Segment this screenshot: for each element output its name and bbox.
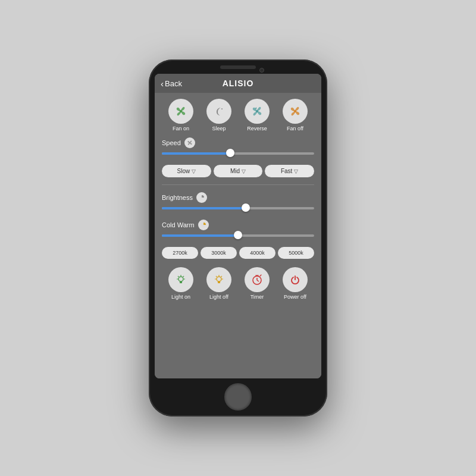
coldwarm-circle-icon [200,221,207,228]
phone-camera [259,68,264,73]
brightness-control: Brightness [162,191,314,214]
svg-line-11 [178,276,179,277]
svg-line-17 [216,276,217,277]
speed-control: Speed [162,136,314,159]
fan-on-button[interactable]: Fan on [168,99,193,131]
fan-off-icon-circle [283,99,308,124]
back-label: Back [165,79,182,88]
speed-icon [184,137,195,148]
speed-mid-button[interactable]: Mid ▽ [214,165,263,177]
fan-on-label: Fan on [173,126,189,131]
fast-label: Fast [281,168,292,174]
timer-button[interactable]: Timer [245,267,270,300]
timer-icon-circle [245,267,270,292]
coldwarm-slider-fill [162,234,238,237]
fan-on-icon [174,105,187,118]
speed-fast-button[interactable]: Fast ▽ [265,165,314,177]
brightness-slider-thumb[interactable] [242,203,250,212]
screen-body: Fan on Sleep [155,93,321,378]
back-button[interactable]: ‹ Back [161,79,182,89]
light-off-button[interactable]: Light off [206,267,231,300]
colortemp-3000k-label: 3000k [211,250,226,256]
colortemp-5000k-button[interactable]: 5000k [278,247,314,259]
coldwarm-label-row: Cold Warm [162,220,314,230]
fan-on-icon-circle [168,99,193,124]
slow-funnel-icon: ▽ [192,168,196,174]
svg-point-1 [221,108,223,109]
speed-label-row: Speed [162,137,314,148]
light-on-label: Light on [171,294,190,300]
timer-icon [250,273,264,286]
light-on-icon [174,273,187,286]
mid-funnel-icon: ▽ [242,168,246,174]
page-title: ALISIO [223,79,254,88]
reverse-button[interactable]: Reverse [245,99,270,131]
colortemp-4000k-label: 4000k [250,250,265,256]
brightness-icon [196,192,207,203]
light-off-icon [212,273,226,286]
bottom-controls-row: Light on Light off [162,267,314,300]
colortemp-2700k-button[interactable]: 2700k [162,247,198,259]
light-off-icon-circle [206,267,231,292]
brightness-circle-icon [198,194,205,201]
colortemp-5000k-label: 5000k [289,250,303,256]
svg-line-9 [183,276,184,277]
light-off-label: Light off [209,294,228,300]
light-on-icon-circle [168,267,193,292]
divider-1 [162,184,314,185]
slow-label: Slow [177,168,190,174]
power-icon [289,273,302,286]
phone-speaker [220,65,256,69]
fast-funnel-icon: ▽ [294,168,298,174]
phone-screen: ‹ Back ALISIO [155,74,321,378]
brightness-label-row: Brightness [162,192,314,203]
power-off-icon-circle [283,267,308,292]
svg-point-7 [178,277,183,281]
svg-line-15 [221,276,223,277]
reverse-icon [250,105,264,118]
sleep-icon-circle [206,99,231,124]
speed-slider-thumb[interactable] [226,149,234,157]
power-off-label: Power off [284,294,306,300]
speed-slow-button[interactable]: Slow ▽ [162,165,211,177]
coldwarm-icon [198,220,209,230]
svg-line-21 [257,280,259,281]
mid-label: Mid [230,168,240,174]
speed-buttons-row: Slow ▽ Mid ▽ Fast ▽ [162,165,314,177]
timer-label: Timer [250,294,264,300]
coldwarm-control: Cold Warm [162,218,314,241]
coldwarm-label: Cold Warm [162,221,195,228]
light-on-button[interactable]: Light on [168,267,193,300]
sleep-button[interactable]: Sleep [206,99,231,131]
brightness-slider-fill [162,207,246,209]
colortemp-4000k-button[interactable]: 4000k [239,247,275,259]
colortemp-buttons-row: 2700k 3000k 4000k 5000k [162,247,314,259]
speed-slider[interactable] [162,152,314,155]
screen-header: ‹ Back ALISIO [155,74,321,93]
back-chevron-icon: ‹ [161,79,164,89]
colortemp-2700k-label: 2700k [173,250,187,256]
fan-off-icon [289,105,302,118]
svg-point-13 [217,277,221,281]
fan-off-label: Fan off [287,126,303,131]
coldwarm-slider-thumb[interactable] [234,231,242,239]
speed-label: Speed [162,139,181,146]
sleep-label: Sleep [212,126,226,131]
power-off-button[interactable]: Power off [283,267,308,300]
speed-fan-icon [186,139,193,146]
fan-controls-row: Fan on Sleep [162,99,314,131]
reverse-icon-circle [245,99,270,124]
sleep-icon [212,105,226,118]
speed-slider-fill [162,152,230,155]
phone-frame: ‹ Back ALISIO [149,60,327,416]
reverse-label: Reverse [247,126,267,131]
brightness-slider[interactable] [162,206,314,210]
colortemp-3000k-button[interactable]: 3000k [201,247,237,259]
coldwarm-slider[interactable] [162,234,314,237]
phone-home-button[interactable] [224,383,252,411]
fan-off-button[interactable]: Fan off [283,99,308,131]
brightness-label: Brightness [162,194,193,201]
